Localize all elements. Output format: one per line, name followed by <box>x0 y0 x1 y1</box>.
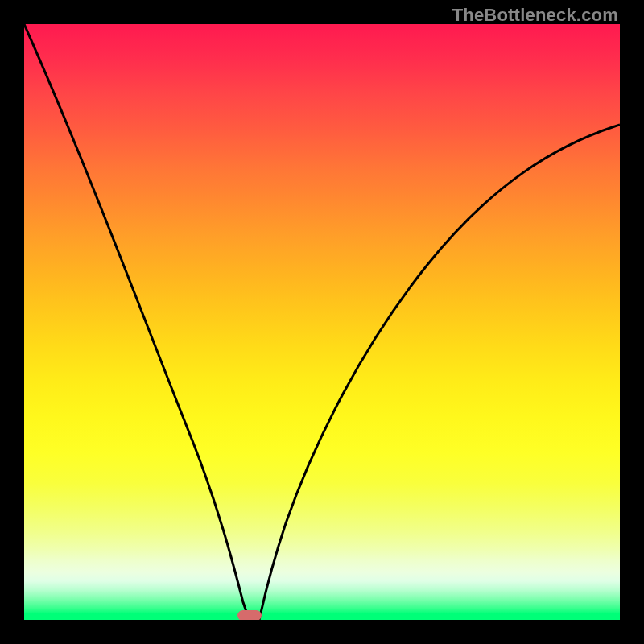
chart-frame: TheBottleneck.com <box>0 0 644 644</box>
optimum-marker <box>237 610 262 620</box>
right-curve <box>259 125 620 620</box>
curve-layer <box>24 24 620 620</box>
watermark-text: TheBottleneck.com <box>452 5 618 26</box>
plot-area <box>24 24 620 620</box>
left-curve <box>24 24 250 620</box>
